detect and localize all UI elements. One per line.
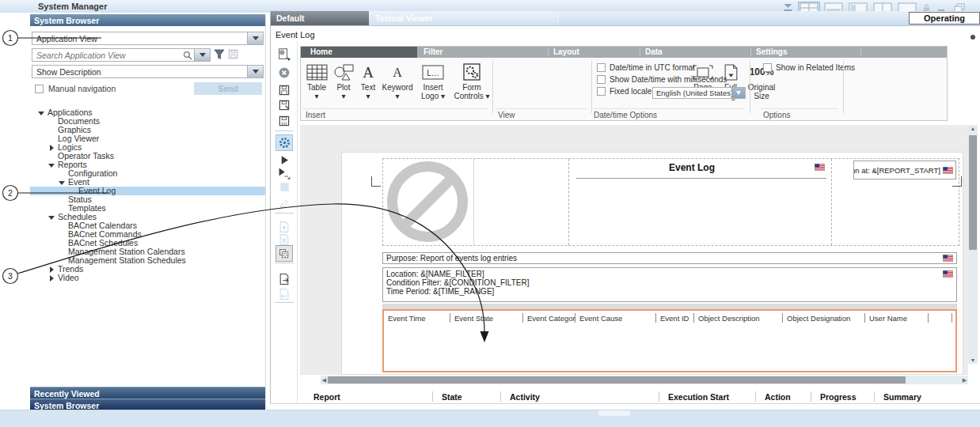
tree-item-schedules[interactable]: Schedules bbox=[30, 213, 265, 221]
checkbox-unchecked[interactable] bbox=[597, 75, 606, 84]
search-icon[interactable] bbox=[183, 51, 192, 60]
toolbar-divider bbox=[275, 302, 294, 303]
filter-summary-field[interactable]: Location: &[NAME_FILTER] Condition Filte… bbox=[382, 267, 957, 302]
recently-viewed-accordion[interactable]: Recently Viewed bbox=[30, 387, 265, 399]
execution-column-report[interactable]: Report bbox=[313, 391, 442, 403]
event-column-event-id[interactable]: Event ID bbox=[656, 311, 694, 325]
cancel-icon bbox=[278, 66, 291, 79]
tree-item-video[interactable]: Video bbox=[30, 274, 265, 282]
save-button[interactable] bbox=[275, 81, 293, 98]
tree-indent-spacer bbox=[59, 248, 66, 255]
tree-expander-icon[interactable] bbox=[48, 266, 55, 273]
cancel-button[interactable] bbox=[275, 64, 293, 81]
event-column-event-time[interactable]: Event Time bbox=[384, 311, 450, 325]
horizontal-scroll-thumb[interactable] bbox=[328, 376, 906, 384]
tree-expander-icon[interactable] bbox=[48, 274, 55, 282]
purpose-field[interactable]: Purpose: Report of events log entries bbox=[382, 252, 957, 264]
tree-expander-icon[interactable] bbox=[38, 109, 45, 116]
ribbon-button-table[interactable]: Table▾ bbox=[302, 61, 331, 100]
event-column-user-name[interactable]: User Name bbox=[865, 311, 929, 325]
tree-item-configuration[interactable]: Configuration bbox=[30, 169, 265, 178]
scroll-right-icon[interactable]: ▶ bbox=[961, 377, 968, 384]
tree-expander-icon[interactable] bbox=[59, 179, 66, 186]
tree-expander-icon[interactable] bbox=[48, 214, 55, 221]
copy-button[interactable] bbox=[275, 245, 293, 262]
scroll-down-icon[interactable]: ▼ bbox=[968, 357, 978, 363]
vertical-scroll-thumb[interactable] bbox=[969, 135, 977, 250]
search-input[interactable] bbox=[32, 50, 183, 61]
execution-column-action[interactable]: Action bbox=[765, 391, 820, 403]
export-button[interactable] bbox=[275, 270, 293, 287]
tree-indent-spacer bbox=[59, 231, 66, 238]
report-title[interactable]: Event Log bbox=[573, 162, 811, 173]
checkbox-unchecked[interactable] bbox=[597, 87, 606, 96]
ribbon-tab-home[interactable]: Home bbox=[310, 47, 332, 56]
new-report-button[interactable] bbox=[275, 46, 293, 62]
report-design-canvas[interactable]: Event Log Run at: &[REPORT_START] Purpos… bbox=[300, 125, 968, 375]
send-button[interactable]: Send bbox=[194, 82, 262, 95]
operating-mode-button[interactable]: Operating bbox=[909, 12, 980, 25]
chevron-down-icon[interactable] bbox=[731, 88, 745, 98]
view-selector-dropdown[interactable]: Application View bbox=[32, 32, 264, 45]
save-as-button[interactable] bbox=[275, 96, 293, 113]
report-header-band[interactable]: Event Log Run at: &[REPORT_START] bbox=[382, 158, 959, 246]
save-as-icon bbox=[278, 99, 291, 111]
checkbox-unchecked[interactable] bbox=[763, 63, 772, 72]
tab-default[interactable]: Default bbox=[271, 11, 369, 25]
event-table[interactable]: Event TimeEvent StateEvent CategoryEvent… bbox=[382, 309, 957, 372]
system-browser-accordion[interactable]: System Browser bbox=[30, 399, 265, 410]
tree-expander-icon[interactable] bbox=[48, 161, 55, 168]
event-column-event-category[interactable]: Event Category bbox=[523, 311, 575, 325]
ribbon-button-insert-logo[interactable]: L…InsertLogo ▾ bbox=[415, 61, 451, 100]
tree-item-templates[interactable]: Templates bbox=[30, 204, 265, 213]
manual-navigation-checkbox[interactable] bbox=[35, 85, 44, 93]
ribbon-button-plot[interactable]: Plot▾ bbox=[331, 61, 356, 100]
description-selector-dropdown[interactable]: Show Description bbox=[32, 65, 264, 78]
ribbon-tab-layout[interactable]: Layout bbox=[553, 47, 579, 56]
checkbox-label: Date/time in UTC format bbox=[610, 63, 695, 72]
ribbon-button-form-controls[interactable]: FormControls ▾ bbox=[451, 61, 492, 100]
locale-dropdown[interactable]: English (United States) bbox=[652, 87, 746, 99]
tree-expander-icon[interactable] bbox=[48, 144, 55, 151]
tree-item-event[interactable]: Event bbox=[30, 178, 265, 187]
filter-funnel-icon[interactable] bbox=[214, 49, 225, 59]
execution-column-summary[interactable]: Summary bbox=[883, 391, 980, 403]
chevron-down-icon[interactable] bbox=[194, 49, 210, 61]
ribbon-button-text[interactable]: AText▾ bbox=[356, 61, 380, 100]
search-field[interactable] bbox=[32, 48, 211, 62]
vertical-scrollbar[interactable]: ▲ ▼ bbox=[968, 125, 978, 364]
event-column-event-cause[interactable]: Event Cause bbox=[575, 311, 656, 325]
chevron-down-icon[interactable] bbox=[247, 66, 263, 77]
execution-column-activity[interactable]: Activity bbox=[510, 391, 668, 403]
ribbon-tab-settings[interactable]: Settings bbox=[756, 47, 787, 56]
event-column-object-designation[interactable]: Object Designation bbox=[783, 311, 865, 325]
execution-column-execution-start[interactable]: Execution Start bbox=[668, 391, 765, 403]
pin-icon[interactable] bbox=[971, 35, 975, 40]
tab-textual-viewer[interactable]: Textual Viewer bbox=[370, 11, 558, 25]
locale-value: English (United States) bbox=[653, 89, 731, 97]
system-browser-header[interactable]: System Browser bbox=[30, 14, 265, 26]
save-search-icon[interactable] bbox=[228, 49, 238, 59]
tree-item-bacnet-calendars[interactable]: BACnet Calendars bbox=[30, 221, 265, 230]
crop-mark-right bbox=[952, 176, 962, 187]
ribbon-tab-data[interactable]: Data bbox=[645, 47, 663, 56]
tree-item-bacnet-commands[interactable]: BACnet Commands bbox=[30, 230, 265, 239]
checkbox-unchecked[interactable] bbox=[597, 63, 606, 72]
ribbon-button-keyword[interactable]: AKeyword▾ bbox=[380, 61, 415, 100]
settings-gear-button[interactable] bbox=[275, 134, 293, 151]
tree-item-status[interactable]: Status bbox=[30, 195, 265, 204]
status-bar-handle[interactable] bbox=[598, 410, 630, 416]
tree-item-reports[interactable]: Reports bbox=[30, 161, 265, 169]
horizontal-scrollbar[interactable]: ◀ ▶ bbox=[321, 376, 968, 384]
ribbon-tab-filter[interactable]: Filter bbox=[424, 47, 443, 56]
event-column-object-description[interactable]: Object Description bbox=[694, 311, 783, 325]
scroll-up-icon[interactable]: ▲ bbox=[968, 126, 978, 131]
tree-item-management-station-schedules[interactable]: Management Station Schedules bbox=[30, 256, 265, 265]
run-at-field[interactable]: Run at: &[REPORT_START] bbox=[853, 161, 956, 179]
chevron-down-icon[interactable] bbox=[247, 32, 263, 44]
tree-item-event-log[interactable]: Event Log bbox=[30, 187, 265, 195]
event-column-event-state[interactable]: Event State bbox=[450, 311, 523, 325]
save-all-button[interactable] bbox=[275, 112, 293, 129]
logo-placeholder[interactable] bbox=[383, 159, 474, 245]
scroll-left-icon[interactable]: ◀ bbox=[321, 377, 328, 384]
